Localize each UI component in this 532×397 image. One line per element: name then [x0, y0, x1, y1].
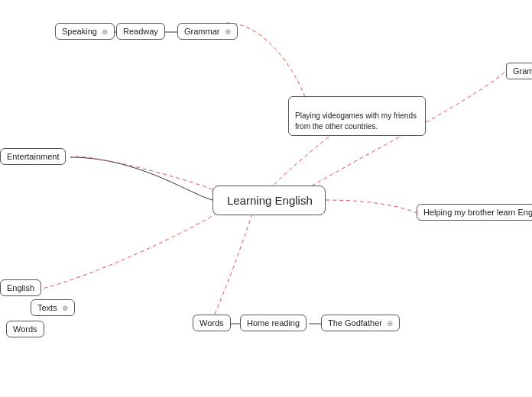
icon-grammar[interactable]: ⊕ [225, 27, 231, 36]
node-grammar2[interactable]: Gramm [506, 63, 532, 79]
node-godfather[interactable]: The Godfather ⊕ [321, 315, 400, 331]
mindmap-canvas: Learning English Speaking ⊕ Readway Gram… [0, 0, 532, 397]
center-node[interactable]: Learning English [212, 186, 326, 215]
node-english[interactable]: English [0, 279, 41, 296]
node-texts[interactable]: Texts ⊕ [31, 299, 75, 316]
node-playing[interactable]: Playing videogames with my friends from … [288, 96, 426, 136]
node-helping[interactable]: Helping my brother learn Eng [417, 204, 532, 221]
node-words[interactable]: Words [193, 315, 231, 331]
node-words-small[interactable]: Words [6, 321, 44, 337]
node-entertainment[interactable]: Entertainment [0, 148, 66, 165]
node-home-reading[interactable]: Home reading [240, 315, 307, 331]
node-grammar[interactable]: Grammar ⊕ [177, 23, 238, 40]
icon-godfather[interactable]: ⊕ [387, 319, 393, 328]
node-readway[interactable]: Readway [116, 23, 165, 40]
node-speaking[interactable]: Speaking ⊕ [55, 23, 115, 40]
icon-texts[interactable]: ⊕ [62, 304, 68, 312]
icon-speaking[interactable]: ⊕ [102, 27, 108, 36]
